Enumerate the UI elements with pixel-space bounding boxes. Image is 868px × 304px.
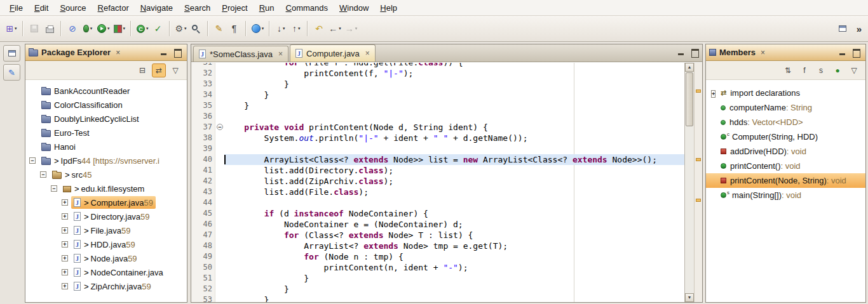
tree-expander-icon[interactable]: + <box>62 199 68 206</box>
skip-breakpoints-button[interactable]: ⊘ <box>65 20 80 37</box>
new-junit-test-button[interactable]: ✓ <box>151 20 166 37</box>
collapse-all-button[interactable]: ⊟ <box>135 63 149 77</box>
coverage-button[interactable]: ▾ <box>112 20 128 37</box>
minimize-icon[interactable] <box>838 48 847 56</box>
mark-occurrences-button[interactable]: ✎ <box>212 20 227 37</box>
tree-item-computer-java[interactable]: +>Computer.java 59 <box>25 195 187 209</box>
tree-item-nodecontainer-java[interactable]: +>NodeContainer.java <box>25 265 187 279</box>
previous-annotation-button[interactable]: ↑▾ <box>288 20 304 37</box>
editor-body[interactable]: 31 for (File f : hdd.get(File.class)) {3… <box>191 63 702 302</box>
fold-collapse-icon[interactable]: − <box>217 124 223 130</box>
maximize-icon[interactable] <box>173 48 182 56</box>
member-adddrive-hdd[interactable]: addDrive(HDD) : void <box>706 144 865 159</box>
menu-navigate[interactable]: Navigate <box>135 1 179 15</box>
print-button[interactable] <box>42 20 57 37</box>
maximize-icon[interactable] <box>851 48 860 56</box>
external-tools-button[interactable]: ⚙▾ <box>173 20 189 37</box>
tab-close-icon[interactable]: × <box>278 50 283 58</box>
sort-members-button[interactable]: ⇅ <box>781 63 795 77</box>
member-main-string[interactable]: smain(String[]) : void <box>706 188 865 202</box>
code-line-43[interactable]: 43 list.add(File.class); <box>191 187 684 197</box>
member-computername[interactable]: computerName : String <box>706 100 865 115</box>
new-wizard-button[interactable]: ⊞▾ <box>4 20 19 37</box>
last-edit-location-button[interactable]: ↶ <box>311 20 327 37</box>
maximize-icon[interactable] <box>690 48 699 56</box>
new-java-class-button[interactable]: ▾ <box>135 20 151 37</box>
member-printcontent[interactable]: printContent() : void <box>706 159 865 173</box>
scrollbar-down-arrow-icon[interactable]: ▼ <box>685 293 694 302</box>
member-hdds[interactable]: hdds : Vector<HDD> <box>706 115 865 129</box>
tree-item-hdd-java[interactable]: +>HDD.java 59 <box>25 237 187 251</box>
hide-non-public-button[interactable]: ● <box>831 63 844 77</box>
view-menu-button[interactable]: ▽ <box>168 63 182 77</box>
perspective-button[interactable] <box>835 20 850 37</box>
menu-file[interactable]: File <box>4 1 29 15</box>
code-line-31[interactable]: 31 for (File f : hdd.get(File.class)) { <box>191 63 684 68</box>
menu-source[interactable]: Source <box>54 1 92 15</box>
tree-expander-icon[interactable]: + <box>62 227 68 234</box>
menu-edit[interactable]: Edit <box>29 1 54 15</box>
tree-expander-icon[interactable]: + <box>62 255 68 261</box>
code-line-50[interactable]: 50 printContent(n, ident + "-"); <box>191 262 684 273</box>
web-browser-button[interactable]: ▾ <box>250 20 266 37</box>
hide-fields-button[interactable]: f <box>797 63 811 77</box>
code-line-48[interactable]: 48 ArrayList<? extends Node> tmp = e.get… <box>191 241 684 251</box>
link-with-editor-button[interactable]: ⇄ <box>152 63 166 77</box>
tree-item-ziparchiv-java[interactable]: +>ZipArchiv.java 59 <box>25 279 187 293</box>
code-line-36[interactable]: 36 <box>191 111 684 122</box>
tree-expander-icon[interactable]: − <box>29 157 36 164</box>
members-close-icon[interactable]: × <box>761 48 765 57</box>
code-line-45[interactable]: 45 if (d instanceof NodeContainer) { <box>191 208 684 219</box>
toolbar-overflow-chevron[interactable]: » <box>857 23 862 34</box>
tree-expander-icon[interactable]: + <box>62 241 68 248</box>
tree-expander-icon[interactable]: − <box>40 171 46 178</box>
show-whitespace-button[interactable]: ¶ <box>227 20 242 37</box>
tree-item-edu-kit-filesystem[interactable]: −>edu.kit.filesystem <box>25 182 187 195</box>
menu-window[interactable]: Window <box>334 1 374 15</box>
tree-item-bankaccountreader[interactable]: BankAccountReader <box>25 84 187 98</box>
tree-expander-icon[interactable]: + <box>62 269 68 275</box>
code-line-37[interactable]: 37− private void printContent(Node d, St… <box>191 122 684 133</box>
run-button[interactable]: ▾ <box>95 20 112 37</box>
editor-vertical-scrollbar[interactable]: ▲ ▼ <box>684 63 694 302</box>
tree-item-hanoi[interactable]: Hanoi <box>25 140 187 154</box>
back-button[interactable]: ←▾ <box>327 20 343 37</box>
minimized-view-button[interactable]: ✎ <box>3 64 20 81</box>
tree-item-ipdfs[interactable]: −>IpdFs 44 [https://svnserver.i <box>25 154 187 168</box>
tab-close-icon[interactable]: × <box>365 49 370 58</box>
members-view-menu-button[interactable]: ▽ <box>847 63 861 77</box>
tree-expander-icon[interactable]: − <box>51 185 57 192</box>
code-line-35[interactable]: 35 } <box>191 100 684 111</box>
save-button[interactable] <box>27 20 42 37</box>
code-line-49[interactable]: 49 for (Node n : tmp) { <box>191 251 684 262</box>
annotation-marker[interactable] <box>696 158 701 161</box>
code-line-47[interactable]: 47 for (Class<? extends Node> T : list) … <box>191 230 684 241</box>
member-computer-string-hdd[interactable]: cComputer(String, HDD) <box>706 129 865 144</box>
scrollbar-up-arrow-icon[interactable]: ▲ <box>685 63 694 72</box>
tree-item-colorclassification[interactable]: ColorClassification <box>25 98 187 112</box>
menu-commands[interactable]: Commands <box>280 1 334 15</box>
annotation-marker[interactable] <box>696 199 701 202</box>
tree-expander-icon[interactable]: + <box>62 283 68 289</box>
code-line-52[interactable]: 52 } <box>191 284 684 294</box>
package-explorer-close-icon[interactable]: × <box>116 48 120 57</box>
code-line-32[interactable]: 32 printContent(f, "|-"); <box>191 68 684 79</box>
scrollbar-thumb[interactable] <box>686 72 693 126</box>
code-line-40[interactable]: 40 ArrayList<Class<? extends Node>> list… <box>191 154 684 165</box>
editor-tab-computer-java[interactable]: Computer.java× <box>290 44 376 62</box>
code-line-44[interactable]: 44 <box>191 197 684 208</box>
code-line-46[interactable]: 46 NodeContainer e = (NodeContainer) d; <box>191 219 684 230</box>
tree-item-src[interactable]: −>src 45 <box>25 168 187 182</box>
tree-item-file-java[interactable]: +>File.java 59 <box>25 223 187 237</box>
hide-static-members-button[interactable]: s <box>814 63 828 77</box>
forward-button[interactable]: →▾ <box>343 20 360 37</box>
menu-help[interactable]: Help <box>374 1 403 15</box>
next-annotation-button[interactable]: ↓▾ <box>273 20 288 37</box>
menu-refactor[interactable]: Refactor <box>92 1 135 15</box>
menu-run[interactable]: Run <box>254 1 280 15</box>
debug-button[interactable]: ▾ <box>80 20 95 37</box>
code-line-34[interactable]: 34 } <box>191 89 684 100</box>
code-line-41[interactable]: 41 list.add(Directory.class); <box>191 165 684 176</box>
minimize-icon[interactable] <box>677 48 686 56</box>
editor-tab-someclass-java[interactable]: *SomeClass.java× <box>193 46 288 62</box>
